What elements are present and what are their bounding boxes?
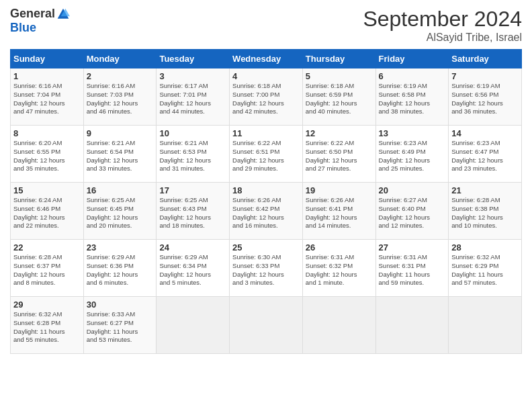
day-info: Sunrise: 6:32 AM Sunset: 6:29 PM Dayligh…: [451, 253, 519, 287]
calendar-week-row: 22Sunrise: 6:28 AM Sunset: 6:37 PM Dayli…: [11, 240, 522, 297]
day-number: 22: [13, 242, 81, 253]
calendar-header-row: Sunday Monday Tuesday Wednesday Thursday…: [11, 50, 522, 68]
day-info: Sunrise: 6:22 AM Sunset: 6:50 PM Dayligh…: [306, 139, 373, 173]
header: General Blue September 2024 AlSayid Trib…: [10, 7, 522, 44]
day-info: Sunrise: 6:31 AM Sunset: 6:32 PM Dayligh…: [306, 253, 373, 287]
calendar-table: Sunday Monday Tuesday Wednesday Thursday…: [10, 49, 522, 354]
table-row: 4Sunrise: 6:18 AM Sunset: 7:00 PM Daylig…: [230, 68, 303, 126]
table-row: 3Sunrise: 6:17 AM Sunset: 7:01 PM Daylig…: [157, 68, 230, 126]
day-number: 23: [87, 242, 154, 253]
logo-blue-text: Blue: [10, 21, 36, 35]
day-number: 1: [13, 71, 81, 81]
day-info: Sunrise: 6:27 AM Sunset: 6:40 PM Dayligh…: [379, 196, 446, 230]
day-number: 25: [232, 242, 300, 253]
table-row: 6Sunrise: 6:19 AM Sunset: 6:58 PM Daylig…: [375, 68, 449, 126]
day-info: Sunrise: 6:26 AM Sunset: 6:41 PM Dayligh…: [306, 196, 373, 230]
day-info: Sunrise: 6:21 AM Sunset: 6:54 PM Dayligh…: [87, 139, 154, 173]
table-row: 12Sunrise: 6:22 AM Sunset: 6:50 PM Dayli…: [302, 126, 375, 183]
table-row: 16Sunrise: 6:25 AM Sunset: 6:45 PM Dayli…: [83, 183, 157, 240]
table-row: 17Sunrise: 6:25 AM Sunset: 6:43 PM Dayli…: [157, 183, 230, 240]
day-info: Sunrise: 6:19 AM Sunset: 6:58 PM Dayligh…: [379, 82, 446, 116]
day-number: 20: [379, 185, 446, 195]
table-row: 14Sunrise: 6:23 AM Sunset: 6:47 PM Dayli…: [449, 126, 522, 183]
col-saturday: Saturday: [449, 50, 522, 68]
day-info: Sunrise: 6:25 AM Sunset: 6:43 PM Dayligh…: [159, 196, 226, 230]
day-info: Sunrise: 6:25 AM Sunset: 6:45 PM Dayligh…: [87, 196, 154, 230]
day-number: 10: [159, 128, 226, 138]
day-number: 8: [13, 128, 81, 138]
table-row: [375, 297, 449, 354]
day-info: Sunrise: 6:29 AM Sunset: 6:36 PM Dayligh…: [87, 253, 154, 287]
table-row: 24Sunrise: 6:29 AM Sunset: 6:34 PM Dayli…: [157, 240, 230, 297]
table-row: 2Sunrise: 6:16 AM Sunset: 7:03 PM Daylig…: [83, 68, 157, 126]
table-row: 29Sunrise: 6:32 AM Sunset: 6:28 PM Dayli…: [11, 297, 84, 354]
logo-general-text: General: [10, 7, 55, 21]
table-row: 18Sunrise: 6:26 AM Sunset: 6:42 PM Dayli…: [230, 183, 303, 240]
table-row: 11Sunrise: 6:22 AM Sunset: 6:51 PM Dayli…: [230, 126, 303, 183]
table-row: 10Sunrise: 6:21 AM Sunset: 6:53 PM Dayli…: [157, 126, 230, 183]
col-monday: Monday: [83, 50, 157, 68]
day-info: Sunrise: 6:16 AM Sunset: 7:04 PM Dayligh…: [13, 82, 81, 116]
day-number: 28: [451, 242, 519, 253]
day-info: Sunrise: 6:32 AM Sunset: 6:28 PM Dayligh…: [13, 310, 81, 345]
day-info: Sunrise: 6:16 AM Sunset: 7:03 PM Dayligh…: [87, 82, 154, 116]
table-row: 9Sunrise: 6:21 AM Sunset: 6:54 PM Daylig…: [83, 126, 157, 183]
day-number: 9: [87, 128, 154, 138]
day-info: Sunrise: 6:33 AM Sunset: 6:27 PM Dayligh…: [87, 310, 154, 345]
day-number: 13: [379, 128, 446, 138]
day-number: 14: [451, 128, 519, 138]
title-section: September 2024 AlSayid Tribe, Israel: [363, 7, 522, 44]
day-number: 21: [451, 185, 519, 195]
table-row: 13Sunrise: 6:23 AM Sunset: 6:49 PM Dayli…: [375, 126, 449, 183]
day-info: Sunrise: 6:26 AM Sunset: 6:42 PM Dayligh…: [232, 196, 300, 230]
day-info: Sunrise: 6:31 AM Sunset: 6:31 PM Dayligh…: [379, 253, 446, 287]
table-row: 25Sunrise: 6:30 AM Sunset: 6:33 PM Dayli…: [230, 240, 303, 297]
col-friday: Friday: [375, 50, 449, 68]
table-row: 21Sunrise: 6:28 AM Sunset: 6:38 PM Dayli…: [449, 183, 522, 240]
day-number: 5: [306, 71, 373, 81]
calendar-week-row: 8Sunrise: 6:20 AM Sunset: 6:55 PM Daylig…: [11, 126, 522, 183]
day-number: 15: [13, 185, 81, 195]
day-number: 26: [306, 242, 373, 253]
day-info: Sunrise: 6:18 AM Sunset: 6:59 PM Dayligh…: [306, 82, 373, 116]
day-number: 17: [159, 185, 226, 195]
day-number: 30: [87, 300, 154, 310]
day-number: 3: [159, 71, 226, 81]
table-row: 7Sunrise: 6:19 AM Sunset: 6:56 PM Daylig…: [449, 68, 522, 126]
table-row: 22Sunrise: 6:28 AM Sunset: 6:37 PM Dayli…: [11, 240, 84, 297]
logo-icon: [56, 7, 70, 21]
table-row: 8Sunrise: 6:20 AM Sunset: 6:55 PM Daylig…: [11, 126, 84, 183]
day-number: 11: [232, 128, 300, 138]
day-info: Sunrise: 6:28 AM Sunset: 6:38 PM Dayligh…: [451, 196, 519, 230]
day-number: 29: [13, 300, 81, 310]
calendar-week-row: 15Sunrise: 6:24 AM Sunset: 6:46 PM Dayli…: [11, 183, 522, 240]
day-number: 27: [379, 242, 446, 253]
day-info: Sunrise: 6:30 AM Sunset: 6:33 PM Dayligh…: [232, 253, 300, 287]
month-title: September 2024: [363, 7, 522, 32]
location-subtitle: AlSayid Tribe, Israel: [363, 32, 522, 44]
table-row: [449, 297, 522, 354]
day-info: Sunrise: 6:17 AM Sunset: 7:01 PM Dayligh…: [159, 82, 226, 116]
day-number: 4: [232, 71, 300, 81]
day-number: 2: [87, 71, 154, 81]
table-row: [157, 297, 230, 354]
calendar-container: General Blue September 2024 AlSayid Trib…: [0, 0, 532, 411]
col-thursday: Thursday: [302, 50, 375, 68]
day-info: Sunrise: 6:24 AM Sunset: 6:46 PM Dayligh…: [13, 196, 81, 230]
col-sunday: Sunday: [11, 50, 84, 68]
table-row: 19Sunrise: 6:26 AM Sunset: 6:41 PM Dayli…: [302, 183, 375, 240]
calendar-week-row: 29Sunrise: 6:32 AM Sunset: 6:28 PM Dayli…: [11, 297, 522, 354]
table-row: 23Sunrise: 6:29 AM Sunset: 6:36 PM Dayli…: [83, 240, 157, 297]
day-number: 16: [87, 185, 154, 195]
table-row: 1Sunrise: 6:16 AM Sunset: 7:04 PM Daylig…: [11, 68, 84, 126]
col-wednesday: Wednesday: [230, 50, 303, 68]
day-info: Sunrise: 6:21 AM Sunset: 6:53 PM Dayligh…: [159, 139, 226, 173]
day-info: Sunrise: 6:19 AM Sunset: 6:56 PM Dayligh…: [451, 82, 519, 116]
col-tuesday: Tuesday: [157, 50, 230, 68]
day-number: 7: [451, 71, 519, 81]
table-row: 20Sunrise: 6:27 AM Sunset: 6:40 PM Dayli…: [375, 183, 449, 240]
table-row: 15Sunrise: 6:24 AM Sunset: 6:46 PM Dayli…: [11, 183, 84, 240]
day-number: 6: [379, 71, 446, 81]
day-info: Sunrise: 6:22 AM Sunset: 6:51 PM Dayligh…: [232, 139, 300, 173]
day-info: Sunrise: 6:29 AM Sunset: 6:34 PM Dayligh…: [159, 253, 226, 287]
